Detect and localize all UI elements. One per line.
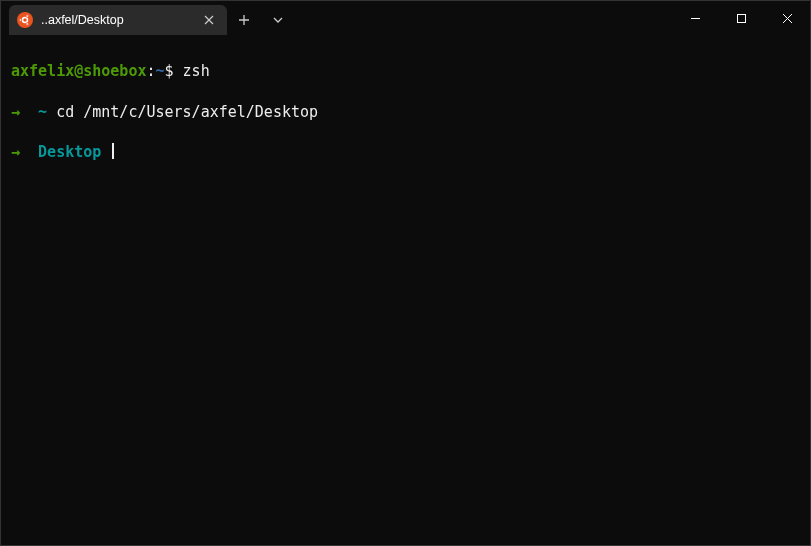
titlebar-drag-area[interactable] bbox=[295, 1, 672, 35]
arrow-icon: → bbox=[11, 103, 20, 121]
new-tab-button[interactable] bbox=[227, 5, 261, 35]
zsh-cwd: Desktop bbox=[38, 143, 101, 161]
svg-rect-5 bbox=[737, 14, 745, 22]
terminal-line-3: → Desktop bbox=[11, 142, 800, 162]
prompt-user-host: axfelix@shoebox bbox=[11, 62, 146, 80]
maximize-button[interactable] bbox=[718, 1, 764, 35]
terminal-line-1: axfelix@shoebox:~$ zsh bbox=[11, 61, 800, 81]
zsh-tilde: ~ bbox=[38, 103, 47, 121]
minimize-button[interactable] bbox=[672, 1, 718, 35]
terminal-line-2: → ~ cd /mnt/c/Users/axfel/Desktop bbox=[11, 102, 800, 122]
arrow-icon: → bbox=[11, 143, 20, 161]
tab-dropdown-button[interactable] bbox=[261, 5, 295, 35]
cursor bbox=[112, 143, 114, 159]
prompt-suffix: $ bbox=[165, 62, 174, 80]
terminal-tab[interactable]: ..axfel/Desktop bbox=[9, 5, 227, 35]
ubuntu-icon bbox=[17, 12, 33, 28]
command-text: zsh bbox=[183, 62, 210, 80]
prompt-separator: : bbox=[146, 62, 155, 80]
close-button[interactable] bbox=[764, 1, 810, 35]
svg-point-4 bbox=[26, 23, 29, 26]
tab-close-button[interactable] bbox=[201, 12, 217, 28]
svg-point-3 bbox=[26, 15, 29, 18]
titlebar: ..axfel/Desktop bbox=[1, 1, 810, 35]
command-text: cd /mnt/c/Users/axfel/Desktop bbox=[56, 103, 318, 121]
terminal-body[interactable]: axfelix@shoebox:~$ zsh → ~ cd /mnt/c/Use… bbox=[1, 35, 810, 189]
prompt-cwd: ~ bbox=[156, 62, 165, 80]
window-controls bbox=[672, 1, 810, 35]
tab-title: ..axfel/Desktop bbox=[41, 13, 193, 27]
svg-point-2 bbox=[19, 19, 22, 22]
